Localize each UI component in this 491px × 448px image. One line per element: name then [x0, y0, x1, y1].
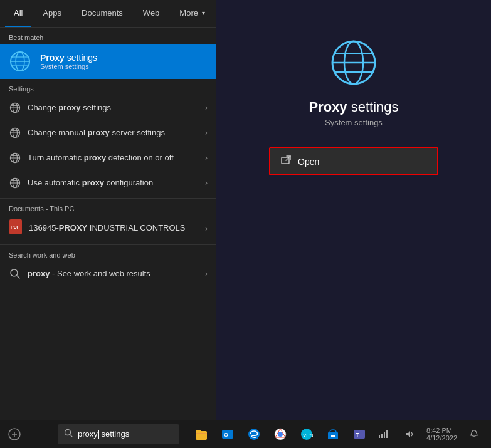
globe-icon-3 [9, 152, 21, 164]
left-panel: All Apps Documents Web More ▾ [0, 0, 216, 448]
open-button-container: Open [269, 147, 438, 175]
windows-start-icon[interactable] [3, 422, 26, 446]
outlook-icon[interactable]: O [216, 422, 240, 446]
svg-rect-60 [381, 434, 383, 438]
chevron-icon-1: › [205, 103, 208, 112]
svg-point-51 [278, 432, 283, 437]
globe-icon-4 [9, 177, 21, 189]
svg-line-39 [286, 156, 290, 160]
chevron-icon-doc: › [205, 224, 208, 233]
svg-rect-59 [379, 435, 380, 438]
taskbar: proxy settings O [0, 420, 491, 448]
tab-apps[interactable]: Apps [34, 0, 70, 27]
chevron-icon-3: › [205, 154, 208, 162]
setting-text-3: Turn automatic proxy detection on or off [28, 153, 199, 164]
search-web-item[interactable]: proxy - See work and web results › [0, 261, 216, 286]
settings-section-label: Settings [0, 79, 216, 95]
documents-section-label: Documents - This PC [0, 198, 216, 215]
open-label: Open [298, 157, 319, 167]
open-button[interactable]: Open [270, 148, 437, 174]
app-subtitle-right: System settings [325, 118, 383, 127]
svg-line-44 [70, 435, 73, 437]
svg-text:VPN: VPN [303, 432, 314, 438]
svg-rect-61 [384, 432, 385, 438]
best-match-title: Proxy settings [40, 53, 97, 63]
tab-more[interactable]: More ▾ [171, 0, 214, 27]
clock: 8:42 PM 4/12/2022 [424, 427, 460, 442]
store-icon[interactable] [321, 422, 345, 446]
app-icon-large [329, 38, 379, 88]
chevron-down-icon: ▾ [202, 9, 205, 16]
tab-all[interactable]: All [5, 0, 31, 27]
results-content: Best match Proxy settings System setting… [0, 28, 216, 448]
tabs-bar: All Apps Documents Web More ▾ [0, 0, 216, 28]
search-web-label: Search work and web [0, 244, 216, 261]
chevron-icon-2: › [205, 128, 208, 137]
setting-change-proxy[interactable]: Change proxy settings › [0, 95, 216, 120]
best-match-text: Proxy settings System settings [40, 53, 97, 70]
globe-icon-1 [9, 102, 21, 114]
svg-line-32 [17, 276, 20, 279]
network-icon[interactable] [371, 422, 395, 446]
setting-text-1: Change proxy settings [28, 103, 199, 113]
tab-web[interactable]: Web [134, 0, 169, 27]
open-window-icon [280, 155, 292, 168]
teams-icon[interactable]: T [347, 422, 371, 446]
taskbar-search-icon [64, 429, 73, 439]
edge-icon[interactable] [242, 422, 266, 446]
taskbar-pinned-icons: O VPN [189, 422, 371, 446]
tab-documents[interactable]: Documents [73, 0, 132, 27]
chevron-icon-web: › [205, 269, 208, 278]
svg-rect-56 [331, 435, 335, 437]
document-text: 136945-PROXY INDUSTRIAL CONTROLS [29, 223, 199, 234]
document-item[interactable]: PDF 136945-PROXY INDUSTRIAL CONTROLS › [0, 215, 216, 242]
setting-use-auto[interactable]: Use automatic proxy configuration › [0, 170, 216, 195]
svg-rect-62 [386, 430, 388, 438]
pdf-icon: PDF [9, 219, 23, 238]
svg-text:O: O [224, 432, 228, 438]
chevron-icon-4: › [205, 179, 208, 187]
setting-text-4: Use automatic proxy configuration [28, 178, 199, 189]
taskbar-search-box[interactable]: proxy settings [58, 424, 179, 444]
taskbar-search-text: proxy settings [78, 429, 129, 439]
best-match-subtitle: System settings [40, 63, 97, 70]
setting-text-2: Change manual proxy server settings [28, 128, 199, 138]
proxy-settings-icon [9, 50, 31, 73]
svg-rect-45 [196, 431, 207, 440]
setting-change-manual[interactable]: Change manual proxy server settings › [0, 120, 216, 145]
search-icon [9, 268, 21, 280]
sound-icon[interactable] [398, 422, 421, 446]
svg-text:T: T [356, 432, 359, 438]
search-web-text: proxy - See work and web results [28, 269, 199, 279]
best-match-label: Best match [0, 28, 216, 44]
svg-rect-46 [196, 430, 201, 432]
right-panel: Proxy settings System settings Open [216, 0, 491, 420]
app-title-right: Proxy settings [309, 99, 398, 115]
vpn-icon[interactable]: VPN [295, 422, 319, 446]
chrome-icon[interactable] [268, 422, 292, 446]
globe-icon-2 [9, 127, 21, 139]
taskbar-right-area: 8:42 PM 4/12/2022 [371, 422, 491, 446]
svg-text:PDF: PDF [11, 225, 20, 229]
file-explorer-icon[interactable] [189, 422, 213, 446]
setting-turn-auto[interactable]: Turn automatic proxy detection on or off… [0, 145, 216, 170]
notification-icon[interactable] [462, 422, 486, 446]
best-match-item[interactable]: Proxy settings System settings [0, 44, 216, 79]
